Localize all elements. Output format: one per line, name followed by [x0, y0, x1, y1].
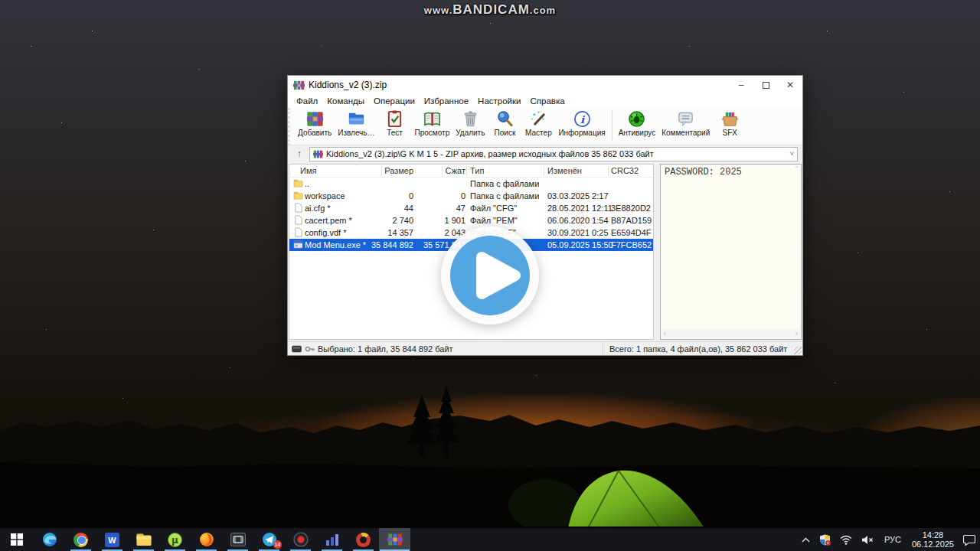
file-modified: 03.03.2025 2:17: [547, 190, 610, 202]
taskbar-explorer[interactable]: [128, 528, 159, 551]
sfx-button[interactable]: SFX: [713, 108, 746, 145]
taskbar-utorrent[interactable]: µ: [159, 528, 191, 551]
tray-defender[interactable]: [815, 528, 835, 551]
wizard-button[interactable]: Мастер: [521, 108, 555, 145]
table-row-workspace[interactable]: workspace 0 0 Папка с файлами 03.03.2025…: [289, 190, 653, 202]
archive-icon: [313, 149, 323, 159]
taskbar-firefox[interactable]: [191, 528, 222, 551]
word-icon: W: [105, 533, 119, 547]
comment-bubble-icon: [676, 109, 695, 129]
taskbar-telegram[interactable]: 14: [253, 528, 285, 551]
taskbar-chrome[interactable]: [65, 528, 96, 551]
watermark-prefix: www.: [424, 5, 452, 16]
window-title: Kiddions_v2 (3).zip: [309, 80, 729, 90]
watermark-brand: BANDICAM: [452, 2, 530, 17]
menu-favorites[interactable]: Избранное: [420, 96, 473, 106]
extract-button[interactable]: Извлечь…: [335, 108, 377, 145]
file-crc: E6594D4F: [611, 227, 654, 239]
menu-settings[interactable]: Настройки: [473, 96, 525, 106]
archive-comment-text: PASSWORD: 2025: [661, 165, 801, 180]
menu-help[interactable]: Справка: [525, 96, 569, 106]
menu-operations[interactable]: Операции: [369, 96, 420, 106]
taskbar-winrar-active[interactable]: [379, 528, 410, 551]
speaker-muted-icon: [861, 535, 874, 545]
header-divider: [442, 166, 443, 176]
info-icon: i: [573, 109, 592, 129]
taskbar-browser-donut[interactable]: [348, 528, 379, 551]
edge-icon: [42, 532, 57, 547]
maximize-icon: [763, 82, 769, 89]
scroll-right-icon[interactable]: ›: [795, 330, 798, 337]
test-button[interactable]: Тест: [378, 108, 412, 145]
file-crc: 3E8820D2: [611, 202, 654, 214]
minimize-button[interactable]: –: [729, 76, 753, 94]
tray-volume-muted[interactable]: [857, 528, 878, 551]
video-play-overlay[interactable]: [436, 222, 544, 329]
up-directory-button[interactable]: ↑: [289, 147, 309, 161]
add-archive-icon: [305, 109, 325, 129]
toolbar: Добавить Извлечь… Тест: [288, 108, 802, 145]
winrar-icon: [387, 532, 403, 547]
delete-button[interactable]: Удалить: [452, 108, 488, 145]
taskbar-edge[interactable]: [34, 528, 65, 551]
file-modified: 28.05.2021 12:11: [547, 202, 610, 214]
action-center-button[interactable]: [959, 528, 980, 551]
taskbar-video-window[interactable]: [222, 528, 253, 551]
start-button[interactable]: [0, 528, 34, 551]
taskbar-bandicam-record[interactable]: [285, 528, 316, 551]
chevron-up-icon: [802, 537, 810, 543]
toolbar-separator: [612, 110, 612, 141]
resize-grip[interactable]: [794, 347, 802, 354]
tray-expand-button[interactable]: [797, 528, 815, 551]
extract-label: Извлечь…: [338, 129, 374, 137]
add-button[interactable]: Добавить: [295, 108, 335, 145]
watermark-suffix: .com: [530, 5, 556, 16]
header-type[interactable]: Тип: [470, 165, 545, 178]
table-row-updir[interactable]: .. Папка с файлами: [289, 178, 653, 190]
utorrent-icon: µ: [168, 533, 182, 547]
header-modified[interactable]: Изменён: [547, 165, 610, 178]
add-label: Добавить: [298, 129, 332, 137]
taskbar-stats[interactable]: [316, 528, 348, 551]
header-crc32[interactable]: CRC32: [611, 165, 654, 178]
menu-bar: Файл Команды Операции Избранное Настройк…: [288, 94, 802, 108]
clock[interactable]: 14:28 06.12.2025: [907, 530, 959, 549]
antivirus-button[interactable]: Антивирус: [616, 108, 659, 145]
file-size: 2 740: [320, 214, 413, 227]
scroll-left-icon[interactable]: ‹: [664, 330, 666, 337]
info-button[interactable]: i Информация: [555, 108, 608, 145]
header-size[interactable]: Размер: [320, 165, 413, 178]
header-name[interactable]: Имя: [300, 165, 316, 178]
comment-hscrollbar[interactable]: ‹ ›: [662, 329, 800, 338]
key-icon[interactable]: [305, 345, 315, 353]
header-divider: [544, 166, 544, 176]
search-label: Поиск: [495, 129, 516, 137]
view-button[interactable]: Просмотр: [412, 108, 453, 145]
file-modified: 06.06.2020 1:54: [547, 214, 610, 227]
chrome-icon: [74, 533, 88, 547]
address-combobox[interactable]: Kiddions_v2 (3).zip\G K M 1 5 - ZIP архи…: [309, 147, 798, 161]
clock-date: 06.12.2025: [912, 540, 954, 549]
taskbar-word[interactable]: W: [96, 528, 128, 551]
wifi-icon: [840, 535, 852, 545]
comment-button[interactable]: Комментарий: [658, 108, 713, 145]
tray-wifi[interactable]: [835, 528, 857, 551]
search-button[interactable]: Поиск: [488, 108, 521, 145]
header-divider: [466, 166, 467, 176]
maximize-button[interactable]: [753, 76, 778, 94]
sfx-box-icon: [720, 109, 740, 129]
table-row-aicfg[interactable]: ai.cfg * 44 47 Файл "CFG" 28.05.2021 12:…: [289, 202, 653, 214]
language-indicator[interactable]: РУС: [878, 528, 907, 551]
winrar-window: Kiddions_v2 (3).zip – ✕ Файл Команды Опе…: [287, 75, 803, 356]
disk-icon[interactable]: [292, 345, 302, 353]
header-divider: [608, 166, 609, 176]
menu-file[interactable]: Файл: [292, 96, 322, 106]
file-crc: B87AD159: [611, 214, 654, 227]
chevron-down-icon[interactable]: ˅: [790, 150, 794, 158]
titlebar[interactable]: Kiddions_v2 (3).zip – ✕: [288, 76, 802, 94]
menu-commands[interactable]: Команды: [322, 96, 369, 106]
close-button[interactable]: ✕: [778, 76, 802, 94]
svg-text:µ: µ: [172, 535, 178, 546]
system-tray: РУС 14:28 06.12.2025: [797, 528, 980, 551]
scroll-up-icon[interactable]: ⌃: [794, 165, 799, 172]
